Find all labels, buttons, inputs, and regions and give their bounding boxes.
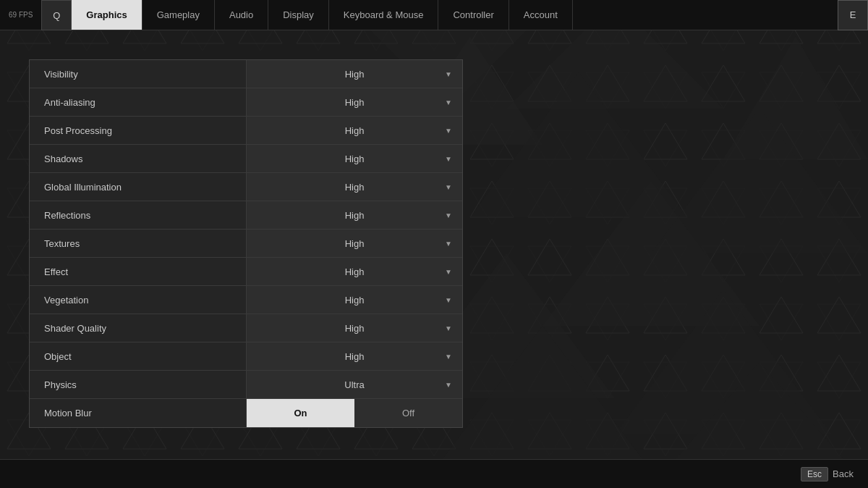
- back-label: Back: [833, 468, 854, 479]
- value-vegetation: High: [345, 295, 365, 306]
- value-effect: High: [345, 266, 365, 277]
- dropdown-global-illumination[interactable]: High ▼: [247, 173, 462, 201]
- value-physics: Ultra: [344, 379, 364, 390]
- value-object: High: [345, 351, 365, 362]
- label-effect: Effect: [30, 258, 247, 285]
- esc-key-badge: Esc: [801, 467, 828, 481]
- dropdown-textures[interactable]: High ▼: [247, 230, 462, 257]
- dropdown-shader-quality[interactable]: High ▼: [247, 314, 462, 342]
- row-shadows: Shadows High ▼: [30, 145, 462, 173]
- dropdown-vegetation[interactable]: High ▼: [247, 286, 462, 314]
- nav-right-icon-button[interactable]: E: [838, 0, 868, 30]
- back-hint: Esc Back: [801, 467, 854, 481]
- dropdown-anti-aliasing[interactable]: High ▼: [247, 88, 462, 116]
- nav-tabs: Graphics Gameplay Audio Display Keyboard…: [72, 0, 838, 30]
- value-anti-aliasing: High: [345, 97, 365, 108]
- row-reflections: Reflections High ▼: [30, 201, 462, 230]
- row-post-processing: Post Processing High ▼: [30, 117, 462, 145]
- chevron-down-icon: ▼: [445, 127, 452, 135]
- row-physics: Physics Ultra ▼: [30, 371, 462, 399]
- label-textures: Textures: [30, 230, 247, 257]
- value-textures: High: [345, 238, 365, 249]
- main-content: Visibility High ▼ Anti-aliasing High ▼ P…: [0, 30, 868, 488]
- label-anti-aliasing: Anti-aliasing: [30, 88, 247, 116]
- value-visibility: High: [345, 69, 365, 80]
- value-shadows: High: [345, 153, 365, 164]
- row-visibility: Visibility High ▼: [30, 60, 462, 88]
- tab-display[interactable]: Display: [268, 0, 329, 30]
- label-visibility: Visibility: [30, 60, 247, 88]
- toggle-on-button[interactable]: On: [247, 399, 354, 427]
- settings-table: Visibility High ▼ Anti-aliasing High ▼ P…: [29, 59, 463, 428]
- dropdown-effect[interactable]: High ▼: [247, 258, 462, 285]
- row-global-illumination: Global Illumination High ▼: [30, 173, 462, 201]
- tab-gameplay[interactable]: Gameplay: [142, 0, 215, 30]
- chevron-down-icon: ▼: [445, 70, 452, 78]
- row-anti-aliasing: Anti-aliasing High ▼: [30, 88, 462, 117]
- dropdown-visibility[interactable]: High ▼: [247, 60, 462, 88]
- row-motion-blur: Motion Blur On Off: [30, 399, 462, 427]
- chevron-down-icon: ▼: [445, 211, 452, 219]
- label-shadows: Shadows: [30, 145, 247, 172]
- navbar: 69 FPS Q Graphics Gameplay Audio Display…: [0, 0, 868, 30]
- value-post-processing: High: [345, 125, 365, 136]
- toggle-off-button[interactable]: Off: [354, 399, 462, 427]
- tab-controller[interactable]: Controller: [438, 0, 509, 30]
- row-object: Object High ▼: [30, 342, 462, 371]
- chevron-down-icon: ▼: [445, 268, 452, 276]
- chevron-down-icon: ▼: [445, 353, 452, 361]
- dropdown-reflections[interactable]: High ▼: [247, 201, 462, 229]
- bottom-bar: Esc Back: [0, 459, 868, 488]
- row-vegetation: Vegetation High ▼: [30, 286, 462, 314]
- label-vegetation: Vegetation: [30, 286, 247, 314]
- label-object: Object: [30, 342, 247, 370]
- chevron-down-icon: ▼: [445, 240, 452, 248]
- chevron-down-icon: ▼: [445, 183, 452, 191]
- chevron-down-icon: ▼: [445, 296, 452, 304]
- chevron-down-icon: ▼: [445, 155, 452, 163]
- row-textures: Textures High ▼: [30, 230, 462, 258]
- nav-left-icon-button[interactable]: Q: [41, 0, 72, 30]
- nav-right: E: [838, 0, 868, 30]
- value-shader-quality: High: [345, 323, 365, 334]
- row-shader-quality: Shader Quality High ▼: [30, 314, 462, 342]
- dropdown-physics[interactable]: Ultra ▼: [247, 371, 462, 398]
- label-shader-quality: Shader Quality: [30, 314, 247, 342]
- label-physics: Physics: [30, 371, 247, 398]
- dropdown-object[interactable]: High ▼: [247, 342, 462, 370]
- tab-audio[interactable]: Audio: [215, 0, 268, 30]
- fps-counter: 69 FPS: [0, 0, 41, 30]
- dropdown-shadows[interactable]: High ▼: [247, 145, 462, 172]
- value-reflections: High: [345, 210, 365, 221]
- chevron-down-icon: ▼: [445, 324, 452, 332]
- row-effect: Effect High ▼: [30, 258, 462, 286]
- label-motion-blur: Motion Blur: [30, 399, 247, 427]
- chevron-down-icon: ▼: [445, 98, 452, 106]
- tab-keyboard-mouse[interactable]: Keyboard & Mouse: [329, 0, 439, 30]
- label-reflections: Reflections: [30, 201, 247, 229]
- label-global-illumination: Global Illumination: [30, 173, 247, 201]
- label-post-processing: Post Processing: [30, 117, 247, 144]
- dropdown-post-processing[interactable]: High ▼: [247, 117, 462, 144]
- tab-graphics[interactable]: Graphics: [72, 0, 142, 30]
- toggle-motion-blur: On Off: [247, 399, 462, 427]
- tab-account[interactable]: Account: [509, 0, 573, 30]
- value-global-illumination: High: [345, 182, 365, 193]
- chevron-down-icon: ▼: [445, 381, 452, 389]
